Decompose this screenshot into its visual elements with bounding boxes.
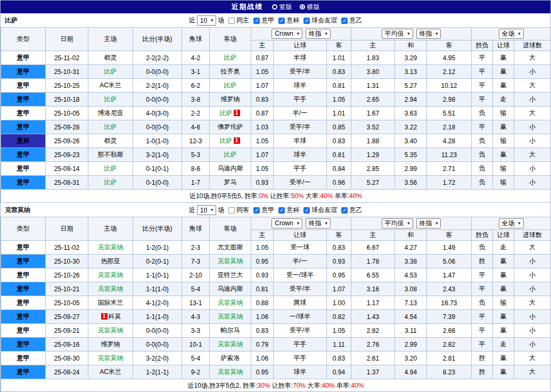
odds-away-cell: 0.96 <box>327 176 351 190</box>
column-header-away-team: 客场 <box>210 217 251 241</box>
result-cell: 胜 <box>472 365 493 379</box>
radio-vertical-layout[interactable]: 竖版 <box>272 3 292 12</box>
summary-segment: 40% <box>322 382 335 389</box>
handicap-result-cell: 输 <box>493 176 514 190</box>
away-team-name[interactable]: 罗马 <box>224 178 237 186</box>
corner-cell: 3-8 <box>182 93 210 107</box>
away-team-name[interactable]: 克雷莫纳 <box>218 313 243 320</box>
handicap-result-cell: 赢 <box>493 310 514 324</box>
team-filter-bar: 比萨近10▼场同主意甲意杯球会友谊意乙 <box>1 14 550 27</box>
odds-final-select[interactable]: 终指▼ <box>306 218 331 228</box>
checkbox-checked-icon <box>341 18 348 24</box>
away-team-name[interactable]: 比萨 <box>224 81 237 89</box>
odds-home-cell: 0.87 <box>251 107 274 120</box>
home-team-name[interactable]: 博洛尼亚 <box>98 109 124 117</box>
odds-source-select[interactable]: Crown▼ <box>272 218 302 228</box>
away-team-name[interactable]: 帕尔马 <box>221 326 240 334</box>
home-team-cell: 热那亚 <box>88 255 133 268</box>
filter-checkbox-1[interactable]: 意甲 <box>253 16 274 25</box>
sub-header-odds-home: 主 <box>251 40 274 51</box>
away-team-cell: 克雷莫纳 <box>210 255 251 268</box>
home-team-name[interactable]: 热那亚 <box>101 257 120 265</box>
avg-home-cell: 2.85 <box>351 162 395 176</box>
avg-source-select-value: 平均值 <box>385 29 404 38</box>
away-team-name[interactable]: 克雷莫纳 <box>218 299 243 306</box>
result-cell: 负 <box>472 107 493 120</box>
home-team-name[interactable]: 科莫 <box>109 313 121 320</box>
odds-final-select[interactable]: 终指▼ <box>306 29 331 39</box>
home-team-name[interactable]: 克雷莫纳 <box>98 326 124 334</box>
odds-home-cell: 1.05 <box>251 134 274 148</box>
avg-home-cell: 2.61 <box>351 352 395 365</box>
away-team-name[interactable]: 比萨 <box>224 151 237 158</box>
match-scope-select[interactable]: 全场▼ <box>499 218 524 228</box>
away-team-name[interactable]: 亚特兰大 <box>218 271 243 279</box>
avg-source-select[interactable]: 平均值▼ <box>382 218 413 228</box>
away-team-name[interactable]: 尤文图斯 <box>218 243 243 251</box>
away-team-name[interactable]: 维罗纳 <box>221 95 240 103</box>
checkbox-checked-icon <box>303 18 310 24</box>
title-bar: 近期战绩 竖版 横版 <box>1 1 550 13</box>
home-team-name[interactable]: 比萨 <box>104 123 117 130</box>
filter-checkbox-0[interactable]: 同主 <box>228 16 249 25</box>
home-team-name[interactable]: 克雷莫纳 <box>98 285 124 292</box>
home-team-name[interactable]: 克雷莫纳 <box>98 354 124 362</box>
home-team-name[interactable]: 克雷莫纳 <box>98 271 124 279</box>
avg-draw-cell: 2.94 <box>395 93 427 107</box>
avg-home-cell: 3.16 <box>351 282 395 296</box>
home-team-name[interactable]: 克雷莫纳 <box>98 243 124 251</box>
home-team-name[interactable]: AC米兰 <box>100 81 121 89</box>
away-team-name[interactable]: 佛罗伦萨 <box>218 123 243 130</box>
scope-select-cell: 全场▼ <box>472 28 551 40</box>
summary-segment: 大率: <box>304 192 320 200</box>
filter-checkbox-1[interactable]: 意甲 <box>253 206 274 215</box>
away-team-cell: 克雷莫纳 <box>210 296 251 310</box>
match-scope-select[interactable]: 全场▼ <box>499 29 524 39</box>
away-team-name[interactable]: 克雷莫纳 <box>218 368 243 375</box>
avg-draw-cell: 3.63 <box>395 107 427 120</box>
away-team-name[interactable]: 乌迪内斯 <box>218 165 243 172</box>
games-count-select[interactable]: 10▼ <box>197 205 216 215</box>
avg-final-select[interactable]: 终指▼ <box>416 218 441 228</box>
home-team-name[interactable]: 都灵 <box>104 137 117 144</box>
away-team-name[interactable]: 克雷莫纳 <box>218 340 243 348</box>
avg-final-select[interactable]: 终指▼ <box>416 29 441 39</box>
away-team-name[interactable]: 拉齐奥 <box>221 68 240 75</box>
avg-source-select[interactable]: 平均值▼ <box>382 29 413 39</box>
away-team-name[interactable]: 比萨 <box>224 54 237 61</box>
odds-source-select[interactable]: Crown▼ <box>272 29 302 39</box>
home-team-name[interactable]: 那不勒斯 <box>98 151 124 158</box>
score-cell: 0-2(0-1) <box>133 255 182 268</box>
filter-checkbox-3[interactable]: 球会友谊 <box>303 206 337 215</box>
filter-checkbox-3[interactable]: 球会友谊 <box>303 16 337 25</box>
away-team-name[interactable]: 萨索洛 <box>221 354 240 362</box>
odds-home-cell: 0.93 <box>251 176 274 190</box>
odds-away-cell: 1.07 <box>327 282 351 296</box>
handicap-cell: 球半 <box>274 365 327 379</box>
away-team-name[interactable]: 乌迪内斯 <box>218 285 243 292</box>
chevron-down-icon: ▼ <box>435 31 439 36</box>
home-team-name[interactable]: 比萨 <box>104 165 117 172</box>
away-team-name[interactable]: 比萨 <box>220 109 233 117</box>
filter-checkbox-4[interactable]: 意乙 <box>341 16 362 25</box>
home-team-name[interactable]: 都灵 <box>104 54 117 61</box>
home-team-name[interactable]: 比萨 <box>104 178 117 186</box>
radio-horizontal-layout[interactable]: 横版 <box>300 3 320 12</box>
filter-checkbox-2[interactable]: 意杯 <box>278 206 299 215</box>
home-team-name[interactable]: 比萨 <box>104 68 117 75</box>
checkbox-checked-icon <box>278 207 285 214</box>
home-team-name[interactable]: 比萨 <box>104 95 117 103</box>
handicap-result-cell: 赢 <box>493 255 514 268</box>
filter-checkbox-2[interactable]: 意杯 <box>278 16 299 25</box>
home-team-cell: 维罗纳 <box>88 338 133 352</box>
away-team-name[interactable]: 克雷莫纳 <box>218 257 243 265</box>
date-cell: 25-09-28 <box>46 120 88 134</box>
games-count-select[interactable]: 10▼ <box>197 15 216 26</box>
home-team-name[interactable]: 维罗纳 <box>101 340 120 348</box>
home-team-name[interactable]: AC米兰 <box>100 368 121 375</box>
home-team-name[interactable]: 国际米兰 <box>98 299 124 306</box>
filter-checkbox-4[interactable]: 意乙 <box>341 206 362 215</box>
away-team-name[interactable]: 比萨 <box>220 137 233 144</box>
odds-source-select-value: Crown <box>275 30 293 37</box>
filter-checkbox-0[interactable]: 同客 <box>228 206 249 215</box>
